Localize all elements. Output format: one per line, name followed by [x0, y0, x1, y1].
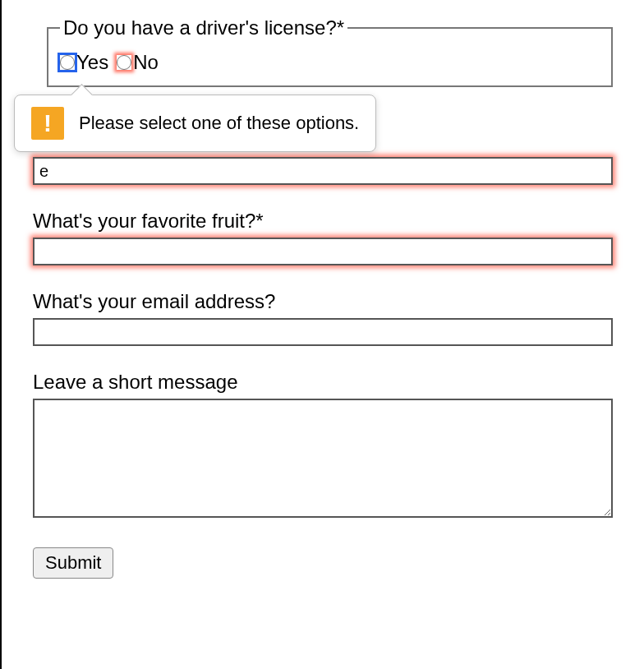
message-field-block: Leave a short message	[33, 371, 613, 523]
warning-icon: !	[31, 107, 64, 140]
radio-no-label: No	[133, 51, 159, 74]
license-fieldset: Do you have a driver's license?* Yes No	[47, 16, 613, 87]
tooltip-message: Please select one of these options.	[79, 113, 359, 134]
email-label: What's your email address?	[33, 290, 613, 313]
radio-no-wrapper[interactable]: No	[117, 51, 159, 74]
partial-field-block	[33, 157, 613, 185]
fruit-label: What's your favorite fruit?*	[33, 210, 613, 233]
radio-no[interactable]	[117, 55, 131, 70]
license-legend: Do you have a driver's license?*	[60, 16, 347, 39]
license-radio-group: Yes No	[60, 51, 600, 74]
submit-button[interactable]: Submit	[33, 547, 113, 579]
radio-yes[interactable]	[60, 55, 75, 70]
form-container: Do you have a driver's license?* Yes No …	[2, 16, 644, 579]
validation-tooltip: ! Please select one of these options.	[14, 95, 376, 152]
fruit-input[interactable]	[33, 238, 613, 265]
message-textarea[interactable]	[33, 399, 613, 518]
radio-yes-wrapper[interactable]: Yes	[60, 51, 108, 74]
radio-yes-label: Yes	[76, 51, 108, 74]
fruit-field-block: What's your favorite fruit?*	[33, 210, 613, 265]
email-field-block: What's your email address?	[33, 290, 613, 346]
partial-visible-input[interactable]	[33, 157, 613, 185]
email-input[interactable]	[33, 318, 613, 346]
message-label: Leave a short message	[33, 371, 613, 394]
